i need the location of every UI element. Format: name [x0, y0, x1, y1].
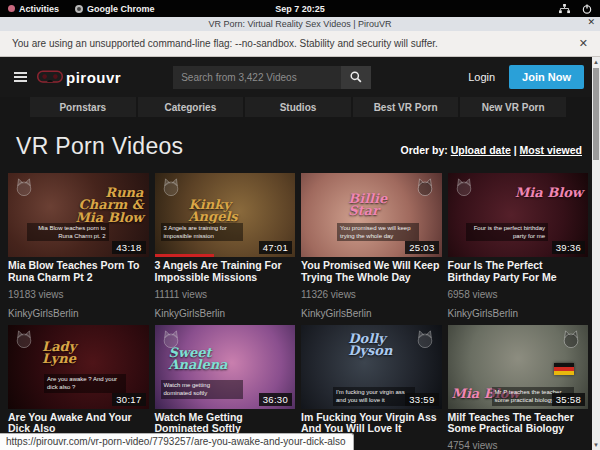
video-studio-link[interactable]: KinkyGirlsBerlin	[8, 308, 149, 319]
video-card: Lady Lyne Are you awake ? And your dick …	[8, 325, 149, 450]
thumb-overlay-title: Lady Lyne	[42, 341, 114, 366]
video-thumbnail[interactable]: Kinky Angels 3 Angels are training for i…	[155, 173, 296, 257]
login-link[interactable]: Login	[468, 71, 495, 83]
thumb-caption: Four is the perfect birthday party for m…	[466, 223, 548, 241]
video-grid: Runa Charm & Mia Blow Mia Blow teaches p…	[0, 172, 600, 450]
thumb-caption: You promised we will keep trying the who…	[337, 223, 419, 241]
video-title[interactable]: Watch Me Getting Dominated Softly	[155, 412, 296, 436]
video-title[interactable]: Four Is The Perfect Birthday Party For M…	[448, 260, 589, 284]
video-duration: 43:18	[112, 241, 145, 254]
chrome-infobar: You are using an unsupported command-lin…	[0, 31, 600, 57]
join-now-button[interactable]: Join Now	[509, 65, 584, 89]
scrollbar[interactable]: ▲ ▼	[592, 57, 600, 450]
thumb-caption: I'm fucking your virgin ass and you will…	[333, 387, 415, 405]
thumb-overlay-title: Mia Blow	[511, 187, 583, 199]
desktop-top-bar: Activities Google Chrome Sep 7 20:25	[0, 0, 600, 17]
video-card: Sweet Analena Watch me getting dominated…	[155, 325, 296, 450]
search-icon	[350, 71, 362, 83]
video-card: Runa Charm & Mia Blow Mia Blow teaches p…	[8, 173, 149, 319]
activities-label: Activities	[19, 4, 59, 14]
page-title: VR Porn Videos	[16, 133, 183, 160]
video-views: 11111 views	[155, 289, 296, 300]
video-duration: 47:01	[259, 241, 292, 254]
clock[interactable]: Sep 7 20:25	[275, 4, 325, 14]
nav-item-categories[interactable]: Categories	[138, 97, 244, 117]
scrollbar-thumb[interactable]	[593, 68, 599, 160]
video-card: Mia Blow Mr P teaches the teacher some p…	[448, 325, 589, 450]
vr-goggles-icon	[37, 69, 63, 85]
video-thumbnail[interactable]: Mia Blow Mr P teaches the teacher some p…	[448, 325, 589, 409]
scroll-down-icon[interactable]: ▼	[592, 440, 600, 450]
infobar-close-icon[interactable]: ✕	[579, 37, 588, 50]
tab-title[interactable]: VR Porn: Virtual Reality Sex Videos | Pi…	[208, 19, 391, 29]
order-by-label: Order by:	[400, 144, 447, 156]
video-thumbnail[interactable]: Mia Blow Four is the perfect birthday pa…	[448, 173, 589, 257]
video-title[interactable]: Milf Teaches The Teacher Some Practical …	[448, 412, 589, 436]
video-duration: 39:36	[552, 241, 585, 254]
video-thumbnail[interactable]: Billie Star You promised we will keep tr…	[301, 173, 442, 257]
search-bar	[173, 66, 371, 89]
thumb-caption: 3 Angels are training for impossible mis…	[161, 223, 243, 241]
site-logo[interactable]: pirouvr	[37, 69, 121, 86]
video-card: Kinky Angels 3 Angels are training for i…	[155, 173, 296, 319]
scroll-up-icon[interactable]: ▲	[592, 57, 600, 67]
german-flag-icon	[554, 363, 574, 375]
video-studio-link[interactable]: KinkyGirlsBerlin	[155, 308, 296, 319]
thumb-overlay-title: Billie Star	[348, 193, 420, 218]
chrome-app-label: Google Chrome	[87, 4, 155, 14]
watch-progress-bar	[155, 254, 214, 257]
thumb-overlay-title: Kinky Angels	[189, 199, 261, 224]
nav-item-pornstars[interactable]: Pornstars	[30, 97, 136, 117]
search-button[interactable]	[341, 66, 371, 89]
search-input[interactable]	[173, 66, 341, 89]
video-duration: 25:03	[405, 241, 438, 254]
order-most-viewed-link[interactable]: Most viewed	[520, 144, 582, 156]
thumb-caption: Are you awake ? And your dick also ?	[44, 374, 126, 392]
thumb-overlay-title: Sweet Analena	[169, 347, 241, 372]
thumb-caption: Watch me getting dominated softly	[161, 380, 243, 398]
video-card: Mia Blow Four is the perfect birthday pa…	[448, 173, 589, 319]
video-title[interactable]: 3 Angels Are Training For Impossible Mis…	[155, 260, 296, 284]
video-card: Dolly Dyson I'm fucking your virgin ass …	[301, 325, 442, 450]
video-title[interactable]: Im Fucking Your Virgin Ass And You Will …	[301, 412, 442, 436]
site-logo-text: pirouvr	[66, 69, 121, 86]
video-studio-link[interactable]: KinkyGirlsBerlin	[448, 308, 589, 319]
video-thumbnail[interactable]: Lady Lyne Are you awake ? And your dick …	[8, 325, 149, 409]
video-views: 19183 views	[8, 289, 149, 300]
menu-icon[interactable]	[14, 72, 27, 82]
video-studio-link[interactable]: KinkyGirlsBerlin	[301, 308, 442, 319]
thumb-overlay-title: Runa Charm & Mia Blow	[72, 187, 144, 224]
network-icon[interactable]	[559, 4, 570, 14]
tab-close-icon[interactable]: ✕	[587, 17, 595, 27]
activities-button[interactable]: Activities	[8, 4, 59, 14]
video-thumbnail[interactable]: Dolly Dyson I'm fucking your virgin ass …	[301, 325, 442, 409]
video-duration: 30:17	[112, 393, 145, 406]
video-title[interactable]: Mia Blow Teaches Porn To Runa Charm Pt 2	[8, 260, 149, 284]
studio-cat-logo-icon	[13, 177, 35, 197]
video-views: 11326 views	[301, 289, 442, 300]
browser-tab-bar: VR Porn: Virtual Reality Sex Videos | Pi…	[0, 17, 600, 31]
order-by: Order by: Upload date | Most viewed	[400, 144, 582, 156]
video-thumbnail[interactable]: Sweet Analena Watch me getting dominated…	[155, 325, 296, 409]
video-thumbnail[interactable]: Runa Charm & Mia Blow Mia Blow teaches p…	[8, 173, 149, 257]
nav-item-new-vr-porn[interactable]: New VR Porn	[460, 97, 566, 117]
video-duration: 33:59	[405, 393, 438, 406]
video-duration: 35:58	[552, 393, 585, 406]
status-bar-url: https://pirouvr.com/vr-porn-video/779325…	[0, 433, 354, 450]
video-title[interactable]: You Promised We Will Keep Trying The Who…	[301, 260, 442, 284]
order-separator: |	[514, 144, 517, 156]
thumb-overlay-title: Dolly Dyson	[348, 333, 420, 358]
nav-item-best-vr-porn[interactable]: Best VR Porn	[353, 97, 459, 117]
video-duration: 36:30	[259, 393, 292, 406]
activities-icon	[8, 5, 15, 12]
video-title[interactable]: Are You Awake And Your Dick Also	[8, 412, 149, 436]
order-upload-date-link[interactable]: Upload date	[451, 144, 511, 156]
video-card: Billie Star You promised we will keep tr…	[301, 173, 442, 319]
studio-cat-logo-icon	[560, 329, 582, 349]
site-header: pirouvr Login Join Now	[0, 57, 600, 97]
chrome-app-indicator[interactable]: Google Chrome	[75, 4, 155, 14]
video-views: 6958 views	[448, 289, 589, 300]
studio-cat-logo-icon	[160, 177, 182, 197]
nav-item-studios[interactable]: Studios	[245, 97, 351, 117]
power-icon[interactable]	[582, 4, 592, 14]
